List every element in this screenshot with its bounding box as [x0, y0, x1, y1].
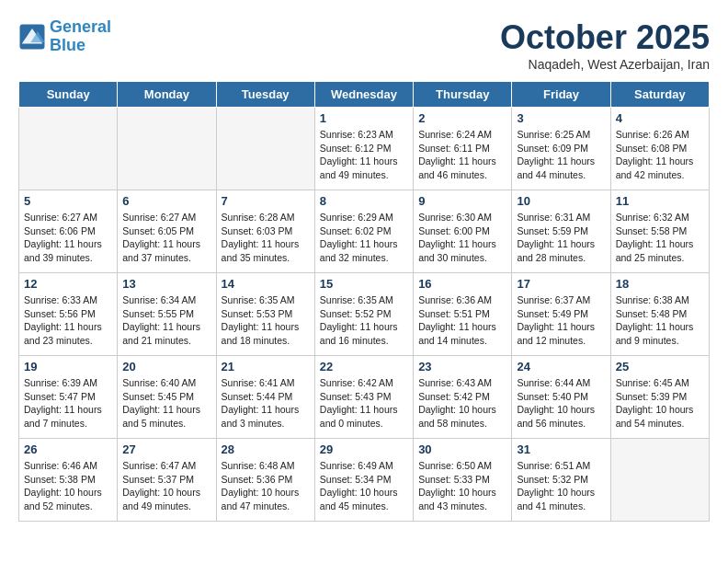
header-tuesday: Tuesday [216, 82, 314, 108]
calendar-cell [610, 439, 709, 522]
calendar-cell: 16Sunrise: 6:36 AM Sunset: 5:51 PM Dayli… [414, 273, 512, 356]
calendar-cell: 28Sunrise: 6:48 AM Sunset: 5:36 PM Dayli… [216, 439, 314, 522]
month-title: October 2025 [500, 18, 710, 57]
calendar-cell: 29Sunrise: 6:49 AM Sunset: 5:34 PM Dayli… [314, 439, 413, 522]
day-info: Sunrise: 6:35 AM Sunset: 5:52 PM Dayligh… [320, 293, 408, 348]
day-number: 24 [517, 360, 605, 373]
week-row-2: 5Sunrise: 6:27 AM Sunset: 6:06 PM Daylig… [19, 190, 710, 273]
calendar-cell: 20Sunrise: 6:40 AM Sunset: 5:45 PM Dayli… [118, 356, 216, 439]
day-info: Sunrise: 6:46 AM Sunset: 5:38 PM Dayligh… [24, 459, 112, 513]
day-info: Sunrise: 6:35 AM Sunset: 5:53 PM Dayligh… [222, 293, 310, 348]
day-info: Sunrise: 6:43 AM Sunset: 5:42 PM Dayligh… [418, 376, 506, 431]
calendar-cell: 5Sunrise: 6:27 AM Sunset: 6:06 PM Daylig… [19, 190, 118, 273]
day-number: 1 [320, 111, 408, 125]
calendar-cell: 7Sunrise: 6:28 AM Sunset: 6:03 PM Daylig… [216, 190, 314, 273]
day-info: Sunrise: 6:50 AM Sunset: 5:33 PM Dayligh… [418, 459, 506, 513]
calendar-cell [118, 108, 216, 190]
calendar-cell: 31Sunrise: 6:51 AM Sunset: 5:32 PM Dayli… [512, 439, 610, 522]
day-info: Sunrise: 6:51 AM Sunset: 5:32 PM Dayligh… [517, 459, 605, 513]
calendar-cell: 27Sunrise: 6:47 AM Sunset: 5:37 PM Dayli… [118, 439, 216, 522]
calendar-cell: 13Sunrise: 6:34 AM Sunset: 5:55 PM Dayli… [118, 273, 216, 356]
day-number: 6 [122, 194, 210, 208]
day-number: 5 [24, 194, 112, 208]
day-number: 19 [24, 360, 112, 373]
day-info: Sunrise: 6:32 AM Sunset: 5:58 PM Dayligh… [616, 211, 704, 265]
title-block: October 2025 Naqadeh, West Azerbaijan, I… [500, 18, 710, 72]
calendar-cell: 19Sunrise: 6:39 AM Sunset: 5:47 PM Dayli… [19, 356, 118, 439]
day-info: Sunrise: 6:27 AM Sunset: 6:05 PM Dayligh… [122, 211, 210, 265]
day-number: 13 [122, 277, 210, 291]
day-info: Sunrise: 6:44 AM Sunset: 5:40 PM Dayligh… [517, 376, 605, 431]
day-number: 14 [222, 277, 310, 291]
day-info: Sunrise: 6:29 AM Sunset: 6:02 PM Dayligh… [320, 211, 408, 265]
day-number: 30 [418, 442, 506, 456]
day-info: Sunrise: 6:25 AM Sunset: 6:09 PM Dayligh… [517, 128, 605, 182]
calendar-cell: 10Sunrise: 6:31 AM Sunset: 5:59 PM Dayli… [512, 190, 610, 273]
calendar-cell: 22Sunrise: 6:42 AM Sunset: 5:43 PM Dayli… [314, 356, 413, 439]
week-row-5: 26Sunrise: 6:46 AM Sunset: 5:38 PM Dayli… [19, 439, 710, 522]
day-number: 29 [320, 442, 408, 456]
day-info: Sunrise: 6:28 AM Sunset: 6:03 PM Dayligh… [222, 211, 310, 265]
day-info: Sunrise: 6:40 AM Sunset: 5:45 PM Dayligh… [122, 376, 210, 431]
day-info: Sunrise: 6:24 AM Sunset: 6:11 PM Dayligh… [418, 128, 506, 182]
calendar-cell: 8Sunrise: 6:29 AM Sunset: 6:02 PM Daylig… [314, 190, 413, 273]
day-info: Sunrise: 6:45 AM Sunset: 5:39 PM Dayligh… [616, 376, 704, 431]
calendar-cell: 14Sunrise: 6:35 AM Sunset: 5:53 PM Dayli… [216, 273, 314, 356]
logo: General Blue [18, 18, 111, 55]
calendar-cell: 21Sunrise: 6:41 AM Sunset: 5:44 PM Dayli… [216, 356, 314, 439]
calendar-cell: 30Sunrise: 6:50 AM Sunset: 5:33 PM Dayli… [414, 439, 512, 522]
logo-line2: Blue [50, 36, 85, 54]
day-info: Sunrise: 6:27 AM Sunset: 6:06 PM Dayligh… [24, 211, 112, 265]
day-number: 27 [122, 442, 210, 456]
logo-icon [18, 23, 46, 51]
day-info: Sunrise: 6:41 AM Sunset: 5:44 PM Dayligh… [222, 376, 310, 431]
day-number: 20 [122, 360, 210, 373]
day-number: 18 [616, 277, 704, 291]
day-number: 9 [418, 194, 506, 208]
day-info: Sunrise: 6:31 AM Sunset: 5:59 PM Dayligh… [517, 211, 605, 265]
header-saturday: Saturday [610, 82, 709, 108]
calendar-header-row: SundayMondayTuesdayWednesdayThursdayFrid… [19, 82, 710, 108]
day-info: Sunrise: 6:47 AM Sunset: 5:37 PM Dayligh… [122, 459, 210, 513]
calendar-cell: 12Sunrise: 6:33 AM Sunset: 5:56 PM Dayli… [19, 273, 118, 356]
calendar-cell: 2Sunrise: 6:24 AM Sunset: 6:11 PM Daylig… [414, 108, 512, 190]
calendar-cell [19, 108, 118, 190]
day-number: 11 [616, 194, 704, 208]
calendar-cell: 25Sunrise: 6:45 AM Sunset: 5:39 PM Dayli… [610, 356, 709, 439]
day-number: 15 [320, 277, 408, 291]
calendar-table: SundayMondayTuesdayWednesdayThursdayFrid… [18, 81, 710, 522]
day-info: Sunrise: 6:42 AM Sunset: 5:43 PM Dayligh… [320, 376, 408, 431]
day-number: 31 [517, 442, 605, 456]
day-number: 2 [418, 111, 506, 125]
day-info: Sunrise: 6:30 AM Sunset: 6:00 PM Dayligh… [418, 211, 506, 265]
day-number: 21 [222, 360, 310, 373]
location-subtitle: Naqadeh, West Azerbaijan, Iran [500, 57, 710, 72]
day-number: 12 [24, 277, 112, 291]
logo-line1: General [50, 17, 111, 36]
day-info: Sunrise: 6:39 AM Sunset: 5:47 PM Dayligh… [24, 376, 112, 431]
day-number: 16 [418, 277, 506, 291]
week-row-3: 12Sunrise: 6:33 AM Sunset: 5:56 PM Dayli… [19, 273, 710, 356]
day-number: 22 [320, 360, 408, 373]
week-row-4: 19Sunrise: 6:39 AM Sunset: 5:47 PM Dayli… [19, 356, 710, 439]
calendar-cell: 11Sunrise: 6:32 AM Sunset: 5:58 PM Dayli… [610, 190, 709, 273]
day-info: Sunrise: 6:48 AM Sunset: 5:36 PM Dayligh… [222, 459, 310, 513]
day-info: Sunrise: 6:26 AM Sunset: 6:08 PM Dayligh… [616, 128, 704, 182]
calendar-cell: 6Sunrise: 6:27 AM Sunset: 6:05 PM Daylig… [118, 190, 216, 273]
header-thursday: Thursday [414, 82, 512, 108]
day-info: Sunrise: 6:33 AM Sunset: 5:56 PM Dayligh… [24, 293, 112, 348]
calendar-cell: 23Sunrise: 6:43 AM Sunset: 5:42 PM Dayli… [414, 356, 512, 439]
header-monday: Monday [118, 82, 216, 108]
calendar-cell [216, 108, 314, 190]
day-number: 10 [517, 194, 605, 208]
header-wednesday: Wednesday [314, 82, 413, 108]
day-number: 26 [24, 442, 112, 456]
calendar-cell: 15Sunrise: 6:35 AM Sunset: 5:52 PM Dayli… [314, 273, 413, 356]
week-row-1: 1Sunrise: 6:23 AM Sunset: 6:12 PM Daylig… [19, 108, 710, 190]
day-number: 28 [222, 442, 310, 456]
day-number: 7 [222, 194, 310, 208]
day-info: Sunrise: 6:34 AM Sunset: 5:55 PM Dayligh… [122, 293, 210, 348]
day-number: 8 [320, 194, 408, 208]
day-number: 3 [517, 111, 605, 125]
calendar-cell: 3Sunrise: 6:25 AM Sunset: 6:09 PM Daylig… [512, 108, 610, 190]
